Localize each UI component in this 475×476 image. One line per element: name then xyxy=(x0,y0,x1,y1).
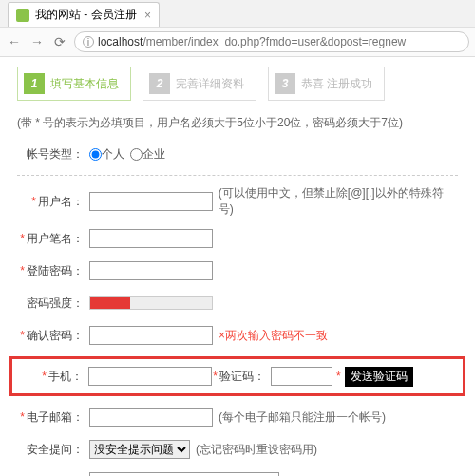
favicon-icon xyxy=(16,9,29,22)
step-number-icon: 3 xyxy=(275,73,295,94)
close-icon[interactable]: × xyxy=(144,9,151,22)
browser-tab[interactable]: 我的网站 - 会员注册 × xyxy=(8,2,160,27)
password-input[interactable] xyxy=(89,261,213,280)
hint-question: (忘记密码时重设密码用) xyxy=(196,442,317,458)
confirm-password-input[interactable] xyxy=(89,326,213,345)
reload-button[interactable]: ⟳ xyxy=(51,33,68,50)
url-text: localhost/member/index_do.php?fmdo=user&… xyxy=(98,35,406,48)
address-bar: ← → ⟳ i localhost/member/index_do.php?fm… xyxy=(0,27,475,56)
label-password: 登陆密码： xyxy=(17,263,84,279)
step-label: 恭喜 注册成功 xyxy=(301,76,372,92)
step-label: 填写基本信息 xyxy=(50,76,119,92)
email-input[interactable] xyxy=(89,408,213,427)
row-email: 电子邮箱： (每个电子邮箱只能注册一个帐号) xyxy=(17,406,458,428)
row-question: 安全提问： 没安全提示问题 (忘记密码时重设密码用) xyxy=(17,438,458,461)
forward-button[interactable]: → xyxy=(28,33,46,50)
row-password: 登陆密码： xyxy=(17,259,458,282)
label-mobile: 手机： xyxy=(16,369,83,385)
security-question-select[interactable]: 没安全提示问题 xyxy=(89,440,190,459)
sms-code-input[interactable] xyxy=(271,367,332,386)
answer-input[interactable] xyxy=(89,472,279,476)
password-strength-meter xyxy=(89,296,213,310)
hint-username: (可以使用中文，但禁止除[@][.]以外的特殊符号) xyxy=(218,185,458,218)
back-button[interactable]: ← xyxy=(6,33,23,50)
radio-personal[interactable] xyxy=(89,148,102,161)
nickname-input[interactable] xyxy=(89,229,213,248)
row-answer: 问题答案： xyxy=(17,470,458,476)
form-note: (带 * 号的表示为必填项目，用户名必须大于5位小于20位，密码必须大于7位) xyxy=(17,114,458,131)
step-2: 2 完善详细资料 xyxy=(142,67,256,101)
error-confirm: ×两次输入密码不一致 xyxy=(218,328,328,344)
label-question: 安全提问： xyxy=(17,442,84,458)
url-input[interactable]: i localhost/member/index_do.php?fmdo=use… xyxy=(74,31,469,52)
mobile-input[interactable] xyxy=(88,367,212,386)
username-input[interactable] xyxy=(89,192,213,211)
row-username: 用户名： (可以使用中文，但禁止除[@][.]以外的特殊符号) xyxy=(17,185,458,218)
step-label: 完善详细资料 xyxy=(176,76,244,92)
browser-chrome: 我的网站 - 会员注册 × ← → ⟳ i localhost/member/i… xyxy=(0,0,475,57)
page-content: 1 填写基本信息 2 完善详细资料 3 恭喜 注册成功 (带 * 号的表示为必填… xyxy=(0,57,475,476)
tab-title: 我的网站 - 会员注册 xyxy=(35,7,137,23)
label-strength: 密码强度： xyxy=(17,295,84,312)
row-account-type: 帐号类型： 个人 企业 xyxy=(17,143,458,165)
row-strength: 密码强度： xyxy=(17,292,458,314)
send-code-button[interactable]: 发送验证码 xyxy=(345,367,413,387)
row-confirm: 确认密码： ×两次输入密码不一致 xyxy=(17,324,458,347)
tab-bar: 我的网站 - 会员注册 × xyxy=(0,0,475,27)
label-username: 用户名： xyxy=(17,194,84,210)
label-email: 电子邮箱： xyxy=(17,409,84,426)
hint-email: (每个电子邮箱只能注册一个帐号) xyxy=(218,409,386,426)
radio-company[interactable] xyxy=(130,148,142,161)
step-number-icon: 2 xyxy=(149,73,170,94)
highlighted-section: 手机： 验证码： * 发送验证码 xyxy=(10,356,466,396)
label-vcode: 验证码： xyxy=(212,369,265,385)
site-info-icon[interactable]: i xyxy=(83,36,94,48)
step-indicator: 1 填写基本信息 2 完善详细资料 3 恭喜 注册成功 xyxy=(17,67,458,101)
label-account-type: 帐号类型： xyxy=(17,146,84,162)
label-confirm: 确认密码： xyxy=(17,328,84,344)
row-mobile: 手机： 验证码： * 发送验证码 xyxy=(16,365,459,388)
step-3: 3 恭喜 注册成功 xyxy=(268,67,385,101)
step-1: 1 填写基本信息 xyxy=(17,67,131,101)
step-number-icon: 1 xyxy=(24,73,45,94)
row-nickname: 用户笔名： xyxy=(17,227,458,250)
label-nickname: 用户笔名： xyxy=(17,231,84,247)
